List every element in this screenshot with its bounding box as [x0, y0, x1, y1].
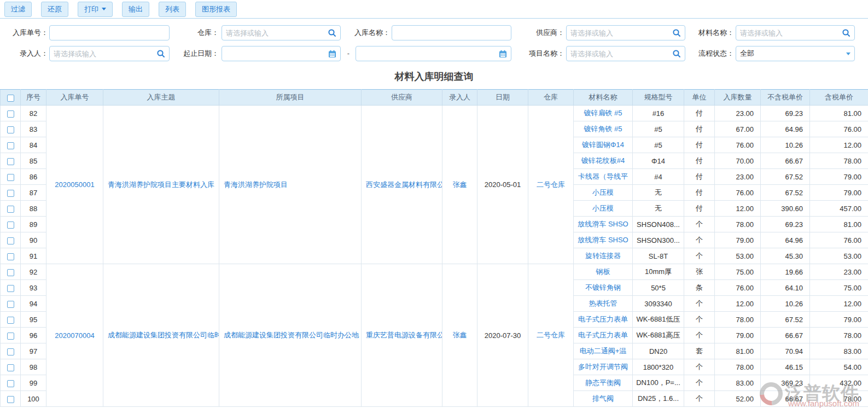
- material-name-field[interactable]: [736, 25, 855, 40]
- material-link[interactable]: 不镀锌角钢: [574, 280, 633, 296]
- row-checkbox[interactable]: [7, 158, 14, 165]
- price-ex-cell: 369.23: [761, 375, 810, 391]
- entry-name-input[interactable]: [396, 29, 507, 37]
- material-link[interactable]: 镀锌扁铁 #5: [574, 106, 633, 121]
- material-link[interactable]: 排气阀: [574, 391, 633, 407]
- project-name-field[interactable]: [566, 46, 685, 61]
- calendar-icon[interactable]: [328, 50, 336, 58]
- spec-cell: #4: [633, 169, 684, 185]
- row-checkbox[interactable]: [7, 190, 14, 197]
- search-icon[interactable]: [328, 28, 336, 37]
- entry-no-field[interactable]: [49, 25, 170, 40]
- chart-report-button[interactable]: 图形报表: [195, 2, 237, 17]
- material-link[interactable]: 小压模: [574, 201, 633, 217]
- project-link[interactable]: 成都能源建设集团投资有限公司临时办公地: [219, 264, 362, 407]
- spec-cell: WK-6881高压: [633, 328, 684, 343]
- row-checkbox[interactable]: [7, 142, 14, 149]
- warehouse-link[interactable]: 二号仓库: [528, 264, 574, 407]
- row-checkbox[interactable]: [7, 110, 14, 118]
- toolbar: 过滤 还原 打印 输出 列表 图形报表: [0, 0, 868, 19]
- material-link[interactable]: 小压模: [574, 185, 633, 201]
- row-checkbox[interactable]: [7, 364, 14, 371]
- date-from-field[interactable]: [222, 46, 341, 61]
- warehouse-field[interactable]: [222, 25, 341, 40]
- recorder-link[interactable]: 张鑫: [442, 264, 477, 407]
- row-checkbox[interactable]: [7, 301, 14, 308]
- search-icon[interactable]: [842, 28, 850, 37]
- supplier-link[interactable]: 西安盛器金属材料有限公司: [362, 106, 442, 264]
- material-link[interactable]: 放线滑车 SHSO: [574, 232, 633, 248]
- flow-status-select[interactable]: 全部: [736, 46, 855, 61]
- row-checkbox[interactable]: [7, 222, 14, 229]
- subject-link[interactable]: 成都能源建设集团投资有限公司临时: [103, 264, 219, 407]
- search-icon[interactable]: [156, 49, 165, 58]
- material-link[interactable]: 旋转连接器: [574, 248, 633, 264]
- material-link[interactable]: 镀锌花纹板#4: [574, 153, 633, 169]
- date-from-input[interactable]: [226, 50, 328, 58]
- recorder-input[interactable]: [54, 50, 156, 58]
- row-checkbox[interactable]: [7, 348, 14, 355]
- search-icon[interactable]: [672, 49, 681, 58]
- price-ex-cell: 10.26: [761, 296, 810, 312]
- project-link[interactable]: 青海洪湖养护院项目: [219, 106, 362, 264]
- print-button[interactable]: 打印: [78, 2, 113, 17]
- date-to-input[interactable]: [360, 50, 499, 58]
- material-link[interactable]: 电子式压力表单: [574, 328, 633, 343]
- material-link[interactable]: 镀锌角铁 #5: [574, 121, 633, 137]
- row-checkbox[interactable]: [7, 333, 14, 340]
- spec-cell: 无: [633, 201, 684, 217]
- material-name-input[interactable]: [740, 29, 842, 37]
- order-no-link[interactable]: 2020050001: [46, 106, 103, 264]
- subject-link[interactable]: 青海洪湖养护院项目主要材料入库: [103, 106, 219, 264]
- price-ex-cell: 70.94: [761, 343, 810, 359]
- spec-cell: 3093340: [633, 296, 684, 312]
- row-checkbox[interactable]: [7, 269, 14, 276]
- spec-cell: Φ14: [633, 153, 684, 169]
- row-checkbox[interactable]: [7, 206, 14, 213]
- checkbox-cell: [1, 280, 21, 296]
- row-checkbox[interactable]: [7, 380, 14, 387]
- row-checkbox[interactable]: [7, 174, 14, 181]
- entry-no-input[interactable]: [54, 29, 165, 37]
- row-checkbox[interactable]: [7, 126, 14, 133]
- price-inc-cell: 81.00: [810, 217, 868, 232]
- filter-button[interactable]: 过滤: [4, 2, 32, 17]
- row-checkbox[interactable]: [7, 253, 14, 260]
- material-link[interactable]: 卡线器（导线平: [574, 169, 633, 185]
- checkbox-cell: [1, 375, 21, 391]
- material-link[interactable]: 放线滑车 SHSO: [574, 217, 633, 232]
- row-checkbox[interactable]: [7, 237, 14, 244]
- recorder-field[interactable]: [49, 46, 170, 61]
- material-link[interactable]: 电子式压力表单: [574, 312, 633, 328]
- row-checkbox[interactable]: [7, 285, 14, 292]
- calendar-icon[interactable]: [499, 50, 507, 58]
- list-button[interactable]: 列表: [159, 2, 186, 17]
- warehouse-input[interactable]: [226, 29, 328, 37]
- search-icon[interactable]: [672, 28, 681, 37]
- material-link[interactable]: 电动二通阀+温: [574, 343, 633, 359]
- material-link[interactable]: 镀锌圆钢Φ14: [574, 137, 633, 153]
- price-ex-cell: 64.96: [761, 121, 810, 137]
- project-name-input[interactable]: [570, 50, 672, 58]
- restore-button[interactable]: 还原: [41, 2, 68, 17]
- supplier-link[interactable]: 重庆艺普电源设备有限公司: [362, 264, 442, 407]
- warehouse-label: 仓库：: [172, 25, 219, 40]
- price-inc-cell: 83.00: [810, 343, 868, 359]
- material-link[interactable]: 钢板: [574, 264, 633, 280]
- entry-name-field[interactable]: [392, 25, 511, 40]
- select-all-checkbox[interactable]: [7, 95, 14, 102]
- supplier-field[interactable]: [566, 25, 685, 40]
- material-link[interactable]: 多叶对开调节阀: [574, 359, 633, 375]
- warehouse-link[interactable]: 二号仓库: [528, 106, 574, 264]
- col-header: 入库主题: [103, 90, 219, 106]
- material-link[interactable]: 静态平衡阀: [574, 375, 633, 391]
- checkbox-cell: [1, 296, 21, 312]
- supplier-input[interactable]: [570, 29, 672, 37]
- order-no-link[interactable]: 2020070004: [46, 264, 103, 407]
- row-checkbox[interactable]: [7, 396, 14, 403]
- date-to-field[interactable]: [356, 46, 511, 61]
- recorder-link[interactable]: 张鑫: [442, 106, 477, 264]
- row-checkbox[interactable]: [7, 317, 14, 324]
- material-link[interactable]: 热表托管: [574, 296, 633, 312]
- export-button[interactable]: 输出: [122, 2, 149, 17]
